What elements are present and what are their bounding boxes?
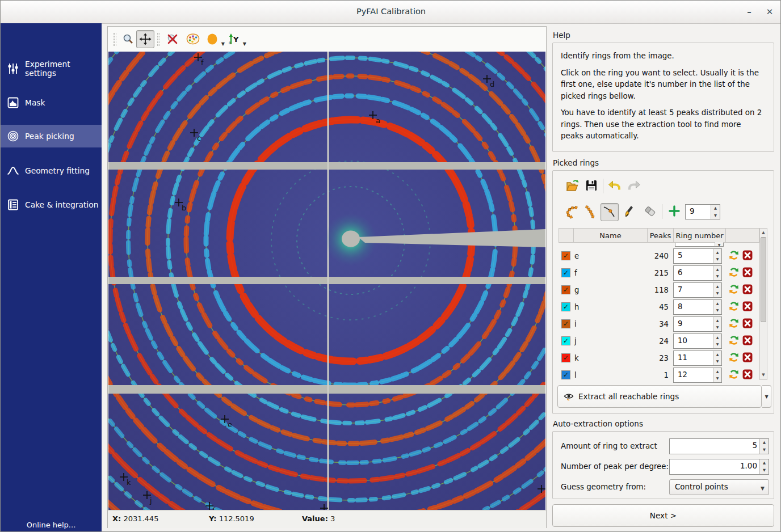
ring-number-spinbox[interactable]: 8▲▼	[673, 299, 722, 315]
delete-ring-button[interactable]	[742, 369, 753, 381]
refresh-ring-button[interactable]	[729, 369, 739, 381]
colormap-tool-button[interactable]	[184, 30, 202, 48]
ring-number-spinbox[interactable]: 6▲▼	[673, 265, 722, 281]
scroll-down-icon[interactable]: ▼	[760, 371, 767, 379]
refresh-ring-button[interactable]	[729, 284, 739, 296]
ring-visibility-checkbox[interactable]: ✓	[561, 336, 570, 345]
spin-up-icon[interactable]: ▲	[760, 459, 769, 467]
ring-number-spinbox[interactable]: 5▲▼	[673, 248, 722, 264]
spin-up-icon[interactable]: ▲	[713, 351, 721, 358]
scroll-up-icon[interactable]: ▲	[760, 229, 767, 237]
close-button[interactable]: ✕	[762, 5, 777, 19]
spin-up-icon[interactable]: ▲	[711, 205, 720, 212]
sidebar-item-peak-picking[interactable]: Peak picking	[1, 125, 102, 147]
minimize-button[interactable]: –	[742, 5, 757, 19]
save-rings-button[interactable]	[585, 179, 599, 193]
online-help-link[interactable]: Online help...	[1, 521, 102, 529]
delete-ring-button[interactable]	[742, 318, 753, 330]
spin-up-icon[interactable]: ▲	[713, 334, 721, 341]
spin-down-icon[interactable]: ▼	[713, 307, 721, 314]
sidebar-item-mask[interactable]: Mask	[1, 91, 102, 114]
ring-visibility-checkbox[interactable]: ✓	[561, 353, 570, 362]
refresh-ring-button[interactable]	[729, 250, 739, 262]
pan-tool-button[interactable]	[136, 30, 154, 48]
spin-down-icon[interactable]: ▼	[713, 324, 721, 331]
spin-down-icon[interactable]: ▼	[711, 212, 720, 219]
spin-down-icon[interactable]: ▼	[713, 375, 721, 382]
ring-row-l[interactable]: ✓l112▲▼	[559, 366, 759, 383]
spin-down-icon[interactable]: ▼	[760, 467, 769, 474]
next-button[interactable]: Next >	[552, 504, 774, 527]
ring-row-i[interactable]: ✓i349▲▼	[559, 315, 759, 332]
refresh-ring-button[interactable]	[729, 318, 739, 330]
eraser-tool-button[interactable]	[643, 204, 657, 219]
delete-ring-button[interactable]	[742, 284, 753, 296]
delete-ring-button[interactable]	[742, 250, 753, 262]
add-ring-button[interactable]	[667, 204, 682, 219]
spin-down-icon[interactable]: ▼	[713, 358, 721, 365]
spin-arrows[interactable]: ▲▼	[711, 205, 720, 219]
y-axis-orientation-button[interactable]: 0Y ▼	[225, 30, 243, 48]
new-ring-number-spinbox[interactable]: 9 ▲▼	[685, 204, 720, 219]
delete-ring-button[interactable]	[742, 335, 753, 347]
toolbar-grip[interactable]	[113, 32, 116, 46]
ring-row-h[interactable]: ✓h458▲▼	[559, 298, 759, 315]
sidebar-item-experiment-settings[interactable]: Experiment settings	[1, 57, 102, 80]
ring-number-spinbox[interactable]: 12▲▼	[673, 368, 722, 383]
spin-up-icon[interactable]: ▲	[713, 300, 721, 307]
ring-row-e[interactable]: ✓e2405▲▼	[559, 247, 759, 264]
spin-down-icon[interactable]: ▼	[713, 256, 721, 263]
delete-ring-button[interactable]	[742, 267, 753, 279]
spin-down-icon[interactable]: ▼	[713, 273, 721, 280]
refresh-ring-button[interactable]	[729, 267, 739, 279]
ring-visibility-checkbox[interactable]: ✓	[561, 285, 570, 294]
toolbar-grip[interactable]	[157, 32, 160, 46]
spin-up-icon[interactable]: ▲	[713, 249, 721, 256]
spin-up-icon[interactable]: ▲	[713, 266, 721, 273]
refresh-ring-button[interactable]	[729, 301, 739, 313]
sidebar-item-cake-integration[interactable]: Cake & integration	[1, 193, 102, 216]
zoom-tool-button[interactable]	[119, 30, 137, 48]
refresh-ring-button[interactable]	[729, 352, 739, 364]
unzoom-tool-button[interactable]	[163, 30, 182, 48]
ring-visibility-checkbox[interactable]: ✓	[561, 302, 570, 311]
ring-row-f[interactable]: ✓f2156▲▼	[559, 264, 759, 281]
extract-options-dropdown[interactable]: ▼	[762, 385, 771, 408]
undo-button[interactable]	[607, 179, 622, 193]
ring-visibility-checkbox[interactable]: ✓	[561, 319, 570, 328]
guess-geometry-combobox[interactable]: Control points ▼	[669, 479, 769, 495]
ring-pick-tool-button[interactable]	[563, 203, 581, 221]
spin-down-icon[interactable]: ▼	[713, 290, 721, 297]
ring-row-j[interactable]: ✓j2410▲▼	[559, 332, 759, 349]
ring-row-k[interactable]: ✓k2311▲▼	[559, 349, 759, 366]
redo-button[interactable]	[627, 179, 641, 193]
spin-up-icon[interactable]: ▲	[713, 283, 721, 290]
ring-visibility-checkbox[interactable]: ✓	[561, 370, 570, 379]
ring-number-spinbox[interactable]: 7▲▼	[673, 282, 722, 298]
extract-rings-button[interactable]: Extract all reachable rings	[557, 385, 762, 408]
ring-number-spinbox[interactable]: 10▲▼	[673, 333, 722, 349]
ring-row-g[interactable]: ✓g1187▲▼	[559, 281, 759, 298]
refresh-ring-button[interactable]	[729, 335, 739, 347]
peak-per-degree-spinbox[interactable]: 1.00 ▲▼	[669, 459, 769, 475]
spin-up-icon[interactable]: ▲	[713, 368, 721, 375]
sidebar-item-geometry-fitting[interactable]: Geometry fitting	[1, 159, 102, 182]
ring-number-spinbox[interactable]: 11▲▼	[673, 351, 722, 366]
spin-down-icon[interactable]: ▼	[713, 341, 721, 348]
table-scrollbar[interactable]: ▲ ▼	[759, 228, 767, 380]
scrollbar-thumb[interactable]	[761, 237, 766, 322]
brush-tool-button[interactable]	[623, 204, 638, 219]
arc-pick-tool-button[interactable]	[582, 203, 601, 221]
open-rings-button[interactable]	[565, 179, 580, 193]
spin-up-icon[interactable]: ▲	[713, 317, 721, 324]
delete-ring-button[interactable]	[742, 301, 753, 313]
peak-pick-tool-button[interactable]	[601, 203, 619, 221]
ring-number-spinbox[interactable]: 9▲▼	[673, 316, 722, 332]
spin-down-icon[interactable]: ▼	[760, 446, 769, 454]
amount-spinbox[interactable]: 5 ▲▼	[669, 438, 769, 454]
marker-color-button[interactable]: ▼	[203, 30, 221, 48]
ring-visibility-checkbox[interactable]: ✓	[561, 251, 570, 260]
ring-visibility-checkbox[interactable]: ✓	[561, 268, 570, 277]
delete-ring-button[interactable]	[742, 352, 753, 364]
diffraction-image[interactable]: fdacbekjh	[108, 52, 545, 510]
